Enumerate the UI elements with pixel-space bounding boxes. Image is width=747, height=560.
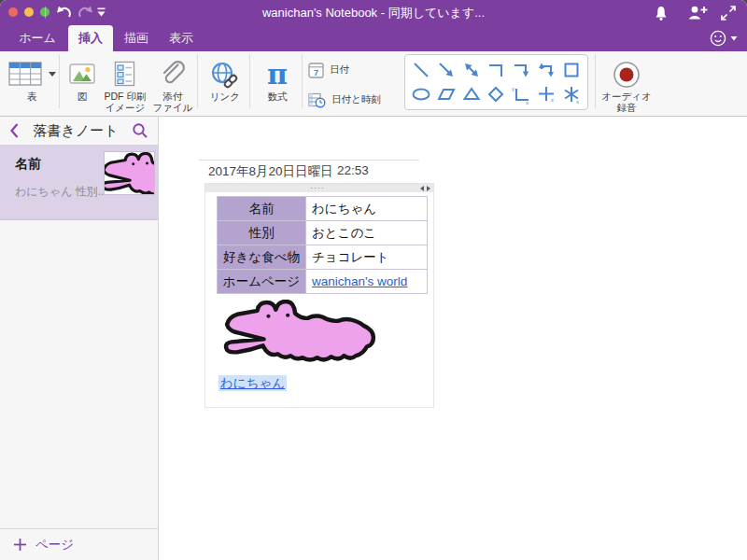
chevron-down-icon — [730, 35, 738, 41]
record-icon — [612, 60, 641, 90]
shape-elbow-double-arrow-button[interactable] — [536, 60, 557, 80]
back-chevron-icon[interactable] — [9, 122, 20, 139]
table-row: 好きな食べ物 チョコレート — [218, 245, 428, 270]
page-item-title: 名前 — [15, 156, 41, 173]
add-page-button[interactable]: ページ — [0, 528, 158, 560]
shape-triangle-button[interactable] — [461, 84, 482, 105]
picture-button[interactable]: 図 — [65, 51, 99, 116]
page-canvas[interactable]: 2017年8月20日日曜日 22:53 ···· 名前 わにちゃん — [160, 117, 747, 560]
onenote-window: wanichan's Notebook - 同期しています... ホーム 挿入 … — [0, 0, 747, 560]
crocodile-doodle[interactable] — [222, 300, 379, 366]
row-label-cell[interactable]: ホームページ — [218, 270, 306, 294]
profile-table[interactable]: 名前 わにちゃん 性別 おとこのこ 好きな食べ物 チョコレート ホームページ w… — [217, 196, 428, 294]
shapes-gallery: y x x x — [404, 54, 588, 110]
calendar-clock-icon — [308, 92, 326, 108]
shape-chart-axes-button[interactable]: y x — [511, 84, 531, 105]
insert-ribbon: 表 図 — [0, 51, 747, 117]
homepage-link[interactable]: wanichan's world — [312, 274, 407, 288]
insert-date-button[interactable]: 7 日付 — [308, 58, 402, 82]
shape-arrow-button[interactable] — [436, 60, 457, 80]
link-globe-icon — [210, 61, 240, 89]
notebook-section-title: 落書きノート — [20, 122, 132, 140]
row-label-cell[interactable]: 好きな食べ物 — [218, 245, 306, 270]
title-bar: wanichan's Notebook - 同期しています... — [0, 0, 747, 25]
pi-icon: π — [267, 61, 288, 89]
notifications-bell-icon[interactable] — [653, 5, 669, 21]
page-date: 2017年8月20日日曜日 — [208, 163, 333, 180]
selected-link-line: わにちゃん — [218, 375, 287, 392]
shape-rectangle-button[interactable] — [561, 60, 582, 80]
smiley-feedback-icon[interactable] — [709, 29, 727, 48]
table-row: 性別 おとこのこ — [218, 221, 428, 245]
group-separator — [249, 54, 250, 108]
link-button[interactable]: リンク — [202, 51, 248, 116]
arrow-right-icon — [427, 186, 430, 191]
page-item-snippet: わにちゃん 性別... — [15, 184, 107, 200]
share-add-person-icon[interactable] — [687, 5, 709, 21]
group-separator — [197, 54, 198, 108]
page-time: 22:53 — [337, 163, 369, 177]
page-list-sidebar: 落書きノート 名前 わにちゃん 性別... ページ — [0, 117, 159, 560]
arrow-left-icon — [420, 186, 424, 191]
shape-double-arrow-button[interactable] — [461, 60, 482, 80]
sidebar-header: 落書きノート — [0, 117, 158, 145]
crocodile-doodle-thumbnail — [105, 152, 154, 194]
group-separator — [302, 54, 303, 108]
add-page-label: ページ — [35, 537, 74, 553]
date-group: 7 日付 日付と時刻 — [308, 58, 402, 112]
row-value-cell: wanichan's world — [306, 270, 428, 294]
shape-parallelogram-button[interactable] — [436, 84, 457, 105]
shape-elbow-arrow-button[interactable] — [511, 60, 531, 80]
window-title: wanichan's Notebook - 同期しています... — [0, 0, 747, 25]
picture-icon — [69, 63, 95, 85]
svg-text:y: y — [512, 86, 514, 91]
outline-move-handle[interactable]: ···· — [205, 184, 433, 192]
calendar-icon: 7 — [308, 63, 324, 78]
note-outline-container[interactable]: ···· 名前 わにちゃん 性別 おとこのこ — [204, 183, 434, 408]
shape-ellipse-button[interactable] — [411, 84, 431, 105]
pdf-printout-icon — [114, 61, 136, 88]
wanichan-link[interactable]: わにちゃん — [218, 375, 287, 391]
tab-draw[interactable]: 描画 — [120, 25, 153, 51]
svg-text:x: x — [526, 100, 529, 105]
shape-line-button[interactable] — [411, 60, 431, 80]
page-title-divider — [199, 160, 419, 161]
shape-star-axes-button[interactable]: x — [561, 84, 582, 105]
shape-elbow-connector-button[interactable] — [486, 60, 506, 80]
row-label-cell[interactable]: 性別 — [218, 221, 306, 245]
tab-home[interactable]: ホーム — [19, 25, 56, 51]
group-separator — [59, 54, 60, 108]
search-icon[interactable] — [132, 122, 148, 139]
row-label-cell[interactable]: 名前 — [218, 197, 306, 221]
insert-datetime-button[interactable]: 日付と時刻 — [308, 88, 402, 112]
shape-cross-axes-button[interactable]: x — [536, 84, 557, 105]
table-row: ホームページ wanichan's world — [218, 270, 428, 294]
outline-handle-dots: ···· — [215, 185, 420, 191]
row-value-cell[interactable]: わにちゃん — [306, 197, 428, 221]
feedback-control[interactable] — [709, 29, 738, 48]
page-list-item-selected[interactable]: 名前 わにちゃん 性別... — [0, 145, 158, 220]
attachment-button[interactable]: 添付 ファイル — [149, 51, 196, 116]
svg-text:x: x — [576, 99, 579, 105]
table-dropdown-caret-icon[interactable] — [49, 72, 56, 77]
enter-fullscreen-icon[interactable] — [720, 5, 737, 21]
page-item-thumbnail — [104, 151, 155, 195]
shape-diamond-button[interactable] — [486, 84, 506, 105]
tab-insert[interactable]: 挿入 — [68, 25, 113, 51]
plus-icon — [13, 538, 27, 552]
row-value-cell[interactable]: おとこのこ — [306, 221, 428, 245]
svg-text:x: x — [551, 97, 554, 103]
audio-record-button[interactable]: オーディオ 録音 — [599, 51, 654, 116]
group-separator — [595, 54, 596, 108]
svg-text:7: 7 — [314, 67, 318, 77]
ribbon-tab-bar: ホーム 挿入 描画 表示 — [0, 25, 747, 51]
outline-resize-arrows[interactable] — [420, 186, 430, 191]
table-row: 名前 わにちゃん — [218, 197, 428, 221]
table-icon — [8, 62, 44, 88]
row-value-cell[interactable]: チョコレート — [306, 245, 428, 270]
pdf-printout-button[interactable]: PDF 印刷 イメージ — [99, 51, 151, 116]
paperclip-icon — [159, 60, 187, 89]
table-button[interactable]: 表 — [6, 51, 58, 116]
equation-button[interactable]: π 数式 — [254, 51, 301, 116]
tab-view[interactable]: 表示 — [164, 25, 198, 51]
